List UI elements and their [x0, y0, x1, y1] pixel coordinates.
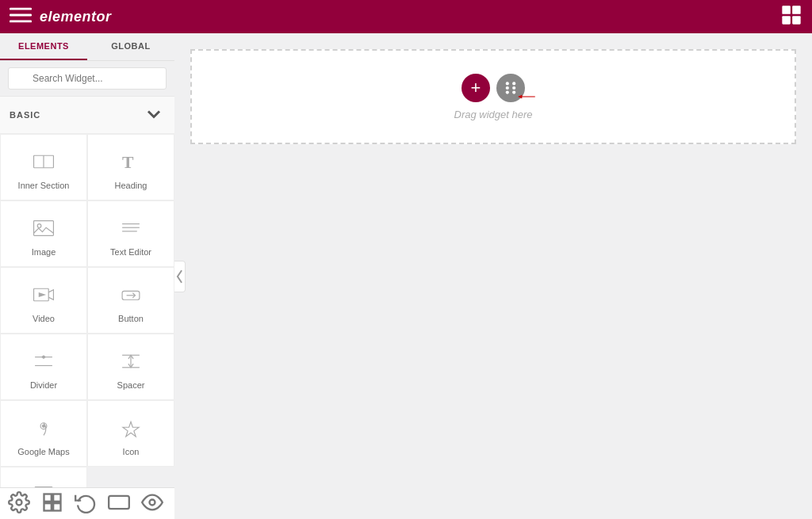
svg-point-44 — [512, 82, 515, 85]
section-controls: + — [462, 74, 525, 102]
svg-rect-4 — [792, 6, 801, 13]
widget-inner-section-label: Inner Section — [18, 181, 70, 190]
basic-chevron-icon — [143, 103, 165, 127]
widget-wpforms[interactable]: WPForms — [0, 467, 87, 487]
svg-rect-40 — [53, 503, 60, 510]
widget-grid: Inner Section T Heading — [0, 134, 174, 487]
svg-rect-5 — [782, 16, 791, 24]
widget-video-label: Video — [33, 314, 55, 323]
image-icon — [29, 214, 58, 242]
tab-elements[interactable]: ELEMENTS — [0, 33, 87, 60]
svg-rect-3 — [782, 6, 791, 13]
main-layout: ELEMENTS GLOBAL BASIC — [0, 33, 812, 519]
svg-rect-37 — [44, 494, 52, 502]
sidebar-content: BASIC Inner Section — [0, 97, 174, 487]
svg-point-36 — [17, 500, 22, 506]
widget-text-editor[interactable]: Text Editor — [87, 200, 174, 267]
widget-google-maps-label: Google Maps — [17, 447, 69, 456]
svg-rect-39 — [44, 503, 52, 510]
svg-rect-6 — [792, 16, 801, 24]
widget-image[interactable]: Image — [0, 200, 87, 267]
svg-point-42 — [150, 500, 155, 506]
widget-text-editor-label: Text Editor — [110, 247, 151, 257]
spacer-icon — [117, 347, 145, 376]
divider-icon — [29, 347, 58, 376]
drag-hint: Drag widget here — [454, 109, 533, 120]
svg-marker-31 — [123, 422, 139, 437]
video-icon — [29, 280, 58, 309]
widget-button[interactable]: Button — [87, 267, 174, 334]
widget-spacer-label: Spacer — [117, 380, 145, 390]
layers-icon[interactable] — [41, 491, 63, 516]
widget-spacer[interactable]: Spacer — [87, 334, 174, 400]
arrow-annotation — [517, 86, 539, 108]
svg-rect-2 — [10, 20, 32, 22]
widget-heading[interactable]: T Heading — [87, 134, 174, 200]
button-icon — [117, 280, 145, 309]
basic-section-header[interactable]: BASIC — [0, 97, 174, 134]
svg-rect-38 — [53, 494, 60, 502]
heading-icon: T — [117, 147, 145, 176]
svg-point-13 — [37, 224, 41, 228]
widget-image-label: Image — [32, 247, 56, 257]
search-input[interactable] — [8, 67, 167, 90]
widget-button-label: Button — [118, 314, 144, 323]
sidebar-tabs: ELEMENTS GLOBAL — [0, 33, 174, 61]
settings-icon[interactable] — [8, 491, 30, 516]
grid-icon[interactable] — [780, 4, 802, 29]
basic-section-label: BASIC — [10, 110, 40, 120]
svg-rect-1 — [10, 14, 32, 17]
svg-rect-12 — [34, 221, 54, 236]
app-logo: elementor — [40, 9, 112, 25]
svg-point-43 — [506, 82, 509, 85]
widget-icon[interactable]: Icon — [87, 400, 174, 467]
responsive-icon[interactable] — [108, 491, 130, 516]
widget-video[interactable]: Video — [0, 267, 87, 334]
bottom-bar: UPDATE ▲ — [0, 487, 174, 519]
hamburger-icon[interactable] — [10, 4, 32, 29]
widget-google-maps[interactable]: Google Maps — [0, 400, 87, 467]
text-editor-icon — [117, 214, 145, 242]
svg-marker-18 — [39, 292, 46, 297]
collapse-sidebar-tab[interactable] — [174, 261, 186, 292]
add-widget-button[interactable]: + — [462, 74, 490, 102]
svg-rect-0 — [10, 8, 32, 10]
svg-point-47 — [506, 90, 509, 93]
wpforms-icon — [29, 480, 58, 487]
tab-global[interactable]: GLOBAL — [87, 33, 174, 60]
svg-point-30 — [42, 425, 44, 427]
widget-heading-label: Heading — [115, 181, 147, 190]
inner-section-icon — [29, 147, 58, 176]
search-box — [0, 61, 174, 97]
icon-icon — [117, 414, 145, 442]
canvas-area: + Drag widget here — [174, 33, 812, 519]
topbar: elementor — [0, 0, 812, 33]
sidebar: ELEMENTS GLOBAL BASIC — [0, 33, 174, 519]
google-maps-icon — [29, 414, 58, 442]
svg-text:T: T — [122, 153, 134, 172]
svg-rect-41 — [109, 496, 129, 509]
svg-marker-50 — [519, 95, 523, 99]
svg-marker-23 — [41, 355, 44, 359]
eye-icon[interactable] — [141, 491, 163, 516]
widget-icon-label: Icon — [123, 447, 140, 456]
undo-icon[interactable] — [75, 491, 97, 516]
section-block: + Drag widget here — [190, 49, 796, 144]
widget-inner-section[interactable]: Inner Section — [0, 134, 87, 200]
widget-divider[interactable]: Divider — [0, 334, 87, 400]
svg-point-48 — [512, 90, 515, 93]
svg-point-45 — [506, 86, 509, 89]
svg-point-46 — [512, 86, 515, 89]
widget-divider-label: Divider — [30, 380, 57, 390]
